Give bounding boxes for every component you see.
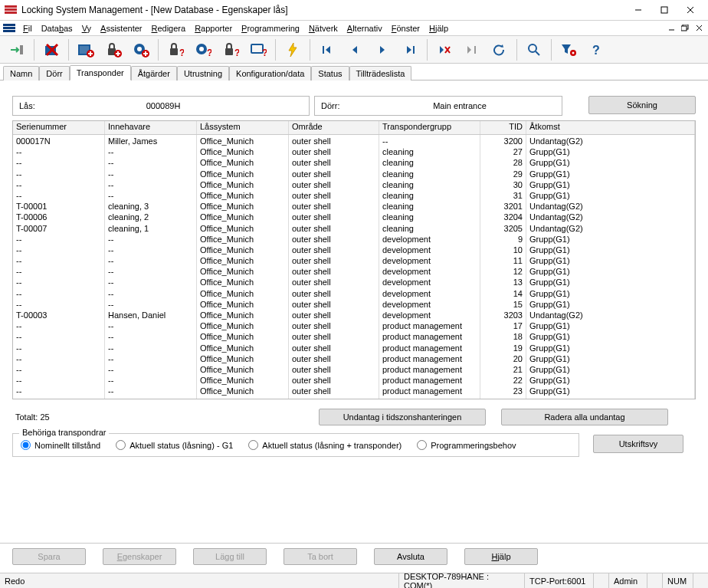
tab-dorr[interactable]: Dörr (39, 66, 69, 80)
tool-transponder-help-icon[interactable]: ? (189, 38, 217, 61)
menu-hjalp[interactable]: Hjälp (424, 22, 453, 34)
table-row[interactable]: ----Office_Munichouter shelldevelopment1… (13, 255, 695, 265)
minimize-button[interactable] (625, 2, 651, 18)
table-row[interactable]: 040L922Peterman, JenniferOffice_Munichou… (13, 396, 695, 400)
radio-aktuell-trans[interactable]: Aktuell status (låsning + transponder) (248, 440, 402, 450)
tool-prev-icon[interactable] (341, 38, 369, 61)
table-row[interactable]: ----Office_Munichouter shellproduct mana… (13, 374, 695, 385)
mdi-close-button[interactable] (693, 23, 705, 34)
table-row[interactable]: T-00007cleaning, 1Office_Munichouter she… (13, 222, 695, 233)
radio-aktuell-g1[interactable]: Aktuell status (låsning) - G1 (116, 440, 233, 450)
sokning-button[interactable]: Sökning (588, 96, 696, 114)
tool-delete-lockplan-icon[interactable] (38, 38, 65, 61)
menu-rapporter[interactable]: Rapporter (190, 22, 237, 34)
table-row[interactable]: ----Office_Munichouter shellcleaning29Gr… (13, 168, 695, 179)
undantag-button[interactable]: Undantag i tidszonshanteringen (319, 409, 486, 425)
table-row[interactable]: ----Office_Munichouter shellcleaning27Gr… (13, 146, 695, 156)
table-row[interactable]: ----Office_Munichouter shellcleaning31Gr… (13, 189, 695, 200)
tool-new-lock-icon[interactable] (100, 38, 127, 61)
tab-atgarder[interactable]: Åtgärder (131, 66, 177, 80)
table-row[interactable]: ----Office_Munichouter shellproduct mana… (13, 353, 695, 363)
tool-search-icon[interactable] (520, 38, 548, 61)
col-innehavare[interactable]: Innehavare (105, 121, 197, 134)
radio-aktuell-trans-input[interactable] (248, 440, 258, 450)
tool-refresh-icon[interactable] (486, 38, 513, 61)
tab-utrustning[interactable]: Utrustning (177, 66, 229, 80)
table-row[interactable]: T-00001cleaning, 3Office_Munichouter she… (13, 200, 695, 211)
tool-last-icon[interactable] (396, 38, 424, 61)
avsluta-button[interactable]: Avsluta (374, 548, 447, 565)
tool-lock-help-icon[interactable]: ? (162, 38, 189, 61)
menu-vy[interactable]: Vy (77, 22, 96, 34)
close-button[interactable] (677, 2, 703, 18)
tool-new-lockplan-icon[interactable] (72, 38, 100, 61)
tabort-button[interactable]: Ta bort (284, 548, 357, 565)
table-row[interactable]: ----Office_Munichouter shellproduct mana… (13, 385, 695, 396)
table-row[interactable]: ----Office_Munichouter shelldevelopment1… (13, 298, 695, 309)
tool-flash-icon[interactable] (279, 38, 306, 61)
tab-namn[interactable]: Namn (3, 66, 39, 80)
table-row[interactable]: T-00003Hansen, DanielOffice_Munichouter … (13, 309, 695, 320)
mdi-restore-button[interactable] (679, 23, 691, 34)
radio-nominellt[interactable]: Nominellt tillstånd (21, 440, 100, 450)
maximize-button[interactable] (651, 2, 677, 18)
menu-fonster[interactable]: Fönster (387, 22, 424, 34)
menu-programmering[interactable]: Programmering (237, 22, 304, 34)
table-row[interactable]: ----Office_Munichouter shelldevelopment1… (13, 244, 695, 255)
utskriftsvy-button[interactable]: Utskriftsvy (593, 435, 683, 453)
table-row[interactable]: T-00006cleaning, 2Office_Munichouter she… (13, 211, 695, 222)
tool-lock-help2-icon[interactable]: ? (217, 38, 244, 61)
table-row[interactable]: ----Office_Munichouter shelldevelopment9… (13, 233, 695, 244)
tool-screen-help-icon[interactable]: ? (244, 38, 272, 61)
spara-button[interactable]: Spara (12, 548, 86, 565)
tool-help-icon[interactable]: ? (582, 38, 610, 61)
radio-programmering[interactable]: Programmeringsbehov (417, 440, 516, 450)
col-serienummer[interactable]: Serienummer (13, 121, 105, 134)
radera-button[interactable]: Radera alla undantag (501, 409, 668, 425)
radio-nominellt-input[interactable] (21, 440, 31, 450)
table-row[interactable]: ----Office_Munichouter shelldevelopment1… (13, 276, 695, 287)
table-row[interactable]: ----Office_Munichouter shelldevelopment1… (13, 287, 695, 298)
menu-redigera[interactable]: Redigera (146, 22, 190, 34)
table-row[interactable]: ----Office_Munichouter shellcleaning28Gr… (13, 156, 695, 167)
transponder-grid[interactable]: Serienummer Innehavare Låssystem Område … (12, 120, 696, 399)
cell: Office_Munich (197, 189, 289, 200)
table-row[interactable]: 000017NMiller, JamesOffice_Munichouter s… (13, 135, 695, 146)
tool-insert-icon[interactable] (458, 38, 486, 61)
table-row[interactable]: ----Office_Munichouter shellproduct mana… (13, 330, 695, 341)
egenskaper-button[interactable]: Egenskaper (103, 548, 176, 565)
cell: product management (379, 385, 480, 396)
radio-aktuell-g1-input[interactable] (116, 440, 126, 450)
tool-filter-settings-icon[interactable] (555, 38, 582, 61)
menu-fil[interactable]: Fil (18, 22, 37, 34)
tool-next-icon[interactable] (369, 38, 396, 61)
tool-first-icon[interactable] (313, 38, 341, 61)
tab-transponder[interactable]: Transponder (70, 65, 131, 80)
table-row[interactable]: ----Office_Munichouter shellproduct mana… (13, 363, 695, 374)
table-row[interactable]: ----Office_Munichouter shelldevelopment1… (13, 265, 695, 276)
tool-new-transponder-icon[interactable] (127, 38, 155, 61)
col-omrade[interactable]: Område (289, 121, 379, 134)
table-row[interactable]: ----Office_Munichouter shellproduct mana… (13, 342, 695, 353)
laggtill-button[interactable]: Lägg till (193, 548, 267, 565)
mdi-minimize-button[interactable] (665, 23, 677, 34)
col-tid[interactable]: TID (480, 121, 526, 134)
hjalp-button[interactable]: Hjälp (464, 548, 538, 565)
menu-natverk[interactable]: Nätverk (304, 22, 343, 34)
cell: -- (105, 342, 197, 353)
menu-alternativ[interactable]: Alternativ (343, 22, 387, 34)
tab-tilltrade[interactable]: Tillträdeslista (349, 66, 412, 80)
table-row[interactable]: ----Office_Munichouter shellcleaning30Gr… (13, 179, 695, 189)
col-lassystem[interactable]: Låssystem (197, 121, 289, 134)
table-row[interactable]: ----Office_Munichouter shellproduct mana… (13, 320, 695, 330)
tab-status[interactable]: Status (311, 66, 349, 80)
radio-programmering-input[interactable] (417, 440, 427, 450)
col-transpondergrupp[interactable]: Transpondergrupp (379, 121, 480, 134)
tool-login-icon[interactable] (3, 38, 31, 61)
tab-konfig[interactable]: Konfiguration/data (229, 66, 311, 80)
col-atkomst[interactable]: Åtkomst (526, 121, 695, 134)
cell: -- (105, 298, 197, 309)
menu-databas[interactable]: Databas (37, 22, 77, 34)
tool-remove-icon[interactable] (431, 38, 458, 61)
menu-assistenter[interactable]: Assistenter (96, 22, 146, 34)
